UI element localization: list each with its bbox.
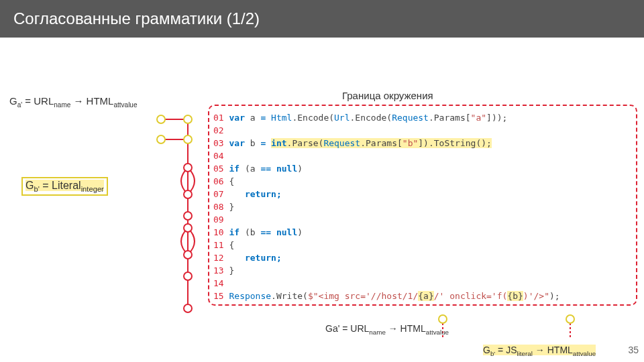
svg-point-8 [184,190,192,198]
svg-point-5 [157,135,165,143]
svg-point-13 [184,304,192,312]
svg-point-11 [184,251,192,259]
slide-body: Ga' = URLname → HTMLattvalue Gb' = Liter… [0,38,644,359]
page-number: 35 [628,345,639,355]
bottom-formula-a: Ga' = URLname → HTMLattvalue [325,323,449,336]
svg-point-10 [184,224,192,232]
svg-point-12 [184,272,192,280]
formula-b: Gb' = Literalinteger [21,177,108,196]
svg-point-9 [184,212,192,220]
svg-point-16 [439,315,447,323]
svg-point-7 [184,164,192,172]
svg-point-6 [184,135,192,143]
bottom-formula-b: Gb' = JSliteral → HTMLattvalue [483,345,596,357]
svg-point-17 [566,315,574,323]
formula-a: Ga' = URLname → HTMLattvalue [9,95,137,109]
svg-point-4 [184,115,192,123]
flow-graph [154,101,215,322]
boundary-label: Граница окружения [342,90,433,101]
code-block: 01 var a = Html.Encode(Url.Encode(Reques… [213,111,560,302]
svg-point-3 [157,115,165,123]
slide-title: Согласованные грамматики (1/2) [0,0,644,38]
